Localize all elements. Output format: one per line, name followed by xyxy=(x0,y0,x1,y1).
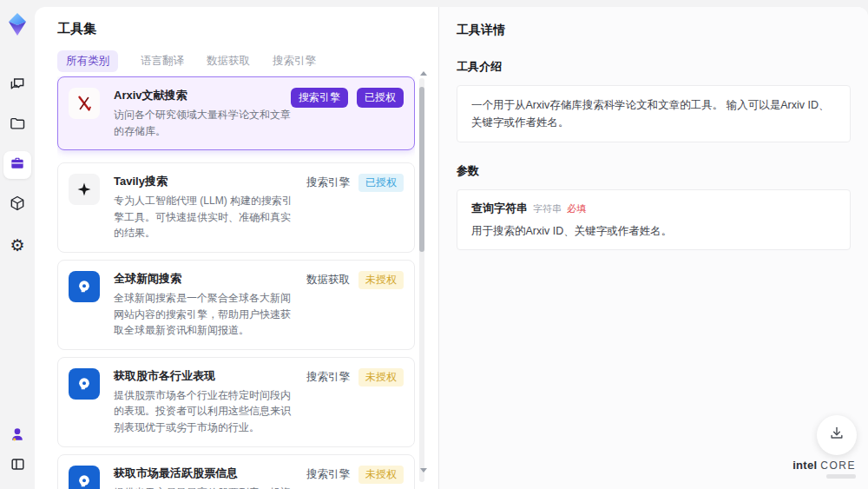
tool-name: Arxiv文献搜索 xyxy=(114,88,293,103)
tool-card-most-active-stocks[interactable]: 获取市场最活跃股票信息 提供当天交易量最高的股票列表，投资者可以利用这些信息来识… xyxy=(57,454,415,489)
tab-search-engine[interactable]: 搜索引擎 xyxy=(273,54,316,69)
left-nav-rail: ⚙ xyxy=(0,0,35,489)
toolset-column: 工具集 所有类别 语言翻译 数据获取 搜索引擎 Arxiv文献搜索 访问 xyxy=(35,7,438,489)
tool-name: 全球新闻搜索 xyxy=(114,271,293,287)
tool-name: 获取市场最活跃股票信息 xyxy=(114,466,293,481)
param-name: 查询字符串 xyxy=(471,201,528,216)
sidebar-item-toolset[interactable] xyxy=(3,151,31,179)
param-required-badge: 必填 xyxy=(567,202,586,215)
category-badge: 搜索引擎 xyxy=(291,88,348,108)
sidebar-item-chat[interactable] xyxy=(3,71,31,99)
scroll-up-arrow[interactable] xyxy=(420,71,427,76)
news-search-logo-icon xyxy=(69,466,100,489)
download-button[interactable] xyxy=(817,415,857,455)
tool-description: 专为人工智能代理 (LLM) 构建的搜索引擎工具。可快速提供实时、准确和真实的结… xyxy=(114,193,293,241)
gear-icon: ⚙ xyxy=(10,237,24,254)
details-title: 工具详情 xyxy=(457,23,851,38)
tool-name: Tavily搜索 xyxy=(114,174,293,189)
app-logo-icon xyxy=(6,12,29,36)
tool-details-panel: 工具详情 工具介绍 一个用于从Arxiv存储库搜索科学论文和文章的工具。 输入可… xyxy=(438,7,868,489)
status-badge: 已授权 xyxy=(358,174,404,192)
tab-data-fetch[interactable]: 数据获取 xyxy=(207,54,250,69)
status-badge: 已授权 xyxy=(357,88,404,108)
category-label: 搜索引擎 xyxy=(306,370,350,385)
folder-icon xyxy=(9,115,26,135)
tool-card-tavily[interactable]: Tavily搜索 专为人工智能代理 (LLM) 构建的搜索引擎工具。可快速提供实… xyxy=(57,162,415,253)
collapse-panel-button[interactable] xyxy=(3,454,31,477)
tool-card-global-news[interactable]: 全球新闻搜索 全球新闻搜索是一个聚合全球各大新闻网站内容的搜索引擎，帮助用户快速… xyxy=(57,260,415,350)
intro-heading: 工具介绍 xyxy=(457,59,851,75)
tool-list: Arxiv文献搜索 访问各个研究领域大量科学论文和文章的存储库。 搜索引擎 已授… xyxy=(57,76,415,489)
layout-panel-icon xyxy=(10,456,26,476)
category-label: 搜索引擎 xyxy=(306,175,350,190)
param-description: 用于搜索的Arxiv ID、关键字或作者姓名。 xyxy=(471,224,836,239)
tab-all-categories[interactable]: 所有类别 xyxy=(57,50,118,72)
tool-description: 访问各个研究领域大量科学论文和文章的存储库。 xyxy=(114,107,293,139)
param-card: 查询字符串 字符串 必填 用于搜索的Arxiv ID、关键字或作者姓名。 xyxy=(457,189,851,250)
intro-text: 一个用于从Arxiv存储库搜索科学论文和文章的工具。 输入可以是Arxiv ID… xyxy=(471,96,836,131)
tab-language-translation[interactable]: 语言翻译 xyxy=(141,54,184,69)
sidebar-item-settings[interactable]: ⚙ xyxy=(3,231,31,259)
main-panel: 工具集 所有类别 语言翻译 数据获取 搜索引擎 Arxiv文献搜索 访问 xyxy=(35,7,868,489)
arxiv-logo-icon xyxy=(69,88,100,119)
brand-subtext-bar xyxy=(826,474,856,479)
category-tabs: 所有类别 语言翻译 数据获取 搜索引擎 xyxy=(57,50,316,72)
param-type: 字符串 xyxy=(533,202,562,215)
scroll-down-arrow[interactable] xyxy=(420,468,427,472)
list-scrollbar[interactable] xyxy=(419,78,424,482)
tool-name: 获取股市各行业表现 xyxy=(114,368,293,384)
status-badge: 未授权 xyxy=(358,466,404,484)
category-label: 搜索引擎 xyxy=(306,467,350,482)
brand-intel: intel xyxy=(792,459,817,472)
intro-card: 一个用于从Arxiv存储库搜索科学论文和文章的工具。 输入可以是Arxiv ID… xyxy=(457,85,851,142)
news-search-logo-icon xyxy=(69,368,100,400)
user-avatar[interactable] xyxy=(3,423,31,446)
tool-description: 提供股票市场各个行业在特定时间段内的表现。投资者可以利用这些信息来识别表现优于或… xyxy=(114,387,293,436)
category-label: 数据获取 xyxy=(306,273,350,287)
status-badge: 未授权 xyxy=(358,271,404,289)
news-search-logo-icon xyxy=(69,271,100,302)
intel-core-logo: intel CORE xyxy=(792,459,856,479)
tool-card-arxiv[interactable]: Arxiv文献搜索 访问各个研究领域大量科学论文和文章的存储库。 搜索引擎 已授… xyxy=(57,76,415,150)
sidebar-item-files[interactable] xyxy=(3,111,31,139)
download-icon xyxy=(828,425,845,446)
page-title: 工具集 xyxy=(57,21,96,37)
toolbox-icon xyxy=(9,155,26,175)
tool-description: 全球新闻搜索是一个聚合全球各大新闻网站内容的搜索引擎，帮助用户快速获取全球最新资… xyxy=(114,290,293,339)
params-heading: 参数 xyxy=(457,163,851,179)
tool-description: 提供当天交易量最高的股票列表，投资者可以利用这些信息来识别流动性强的股票和潜在的… xyxy=(114,485,293,489)
brand-core: CORE xyxy=(820,459,856,472)
sidebar-item-plugins[interactable] xyxy=(3,191,31,219)
chat-icon xyxy=(9,75,26,96)
tavily-logo-icon xyxy=(69,174,100,205)
tool-card-sector-performance[interactable]: 获取股市各行业表现 提供股票市场各个行业在特定时间段内的表现。投资者可以利用这些… xyxy=(57,357,415,447)
scrollbar-thumb[interactable] xyxy=(419,87,424,252)
cube-icon xyxy=(9,195,26,215)
status-badge: 未授权 xyxy=(358,368,404,387)
